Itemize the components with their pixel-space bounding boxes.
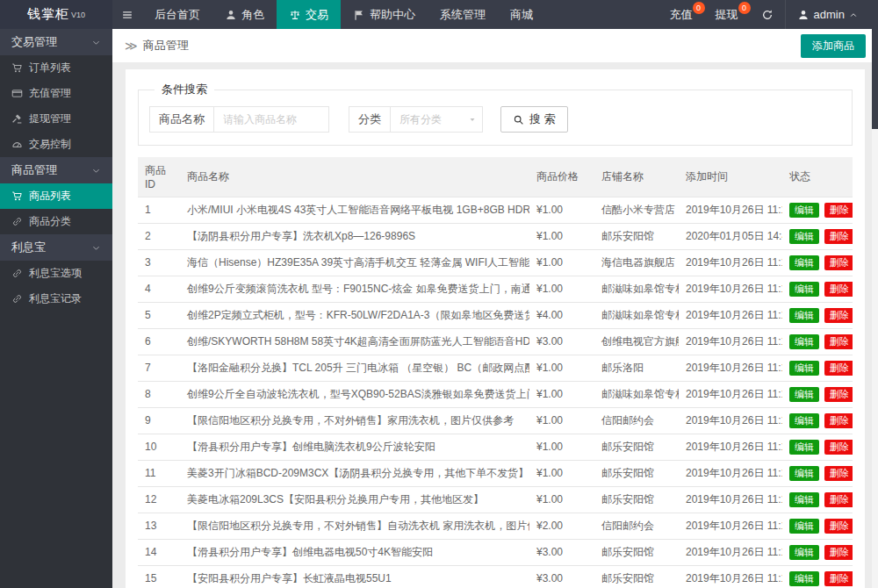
nav-item-trade[interactable]: 交易	[277, 0, 341, 29]
nav-item-system[interactable]: 系统管理	[428, 0, 498, 29]
sidebar-item-goods-category[interactable]: 商品分类	[0, 209, 112, 234]
cell-name: 美菱电冰箱209L3CS【安阳县积分兑换用户专用，其他地区发】	[180, 487, 529, 513]
cell-id: 5	[138, 303, 180, 329]
cell-name: 美菱3开门冰箱BCD-209M3CX【汤阴县积分兑换专用，其他下单不发货】	[180, 461, 529, 487]
sidebar-item-order-list[interactable]: 订单列表	[0, 55, 112, 81]
sidebar-item-trade-control[interactable]: 交易控制	[0, 132, 112, 157]
cell-name: 【限信阳地区积分兑换专用，不对外销售】家用洗衣机，图片仅供参考	[180, 408, 529, 434]
nav-item-home[interactable]: 后台首页	[142, 0, 212, 29]
recharge-label: 充值	[670, 7, 693, 23]
withdraw-button[interactable]: 提现0	[704, 0, 750, 29]
edit-button[interactable]: 编辑	[789, 571, 819, 586]
cell-price: ¥2.00	[529, 513, 594, 540]
nav-item-help[interactable]: 帮助中心	[341, 0, 428, 29]
double-angle-icon: ≫	[125, 39, 138, 52]
username: admin	[814, 8, 845, 21]
search-row: 商品名称 分类 所有分类	[149, 106, 841, 133]
vertical-scrollbar[interactable]	[872, 29, 878, 588]
nav-item-label: 帮助中心	[370, 7, 415, 23]
chevron-down-icon	[91, 243, 101, 253]
delete-button[interactable]: 删除	[824, 282, 853, 297]
product-name-input[interactable]	[213, 106, 329, 133]
search-button-label: 搜 索	[529, 111, 556, 127]
sidebar-item-label: 商品分类	[29, 214, 71, 229]
edit-button[interactable]: 编辑	[789, 492, 819, 507]
column-header: 商品名称	[180, 157, 529, 197]
delete-button[interactable]: 删除	[824, 255, 853, 270]
edit-button[interactable]: 编辑	[789, 282, 819, 297]
cell-time: 2019年10月26日 11:11:50	[679, 408, 782, 434]
sidebar-group-interest[interactable]: 利息宝	[0, 234, 112, 261]
edit-button[interactable]: 编辑	[789, 466, 819, 481]
cell-status: 编辑删除	[782, 355, 853, 382]
cell-id: 1	[138, 197, 180, 224]
cell-shop: 邮乐安阳馆	[594, 540, 679, 566]
edit-button[interactable]: 编辑	[789, 387, 819, 402]
link-icon	[11, 293, 23, 305]
header-actions: 充值0提现0admin	[658, 0, 878, 29]
delete-button[interactable]: 删除	[824, 440, 853, 455]
cell-name: 小米/MIUI 小米电视4S 43英寸人工智能语音网络平板电视 1GB+8GB …	[180, 197, 529, 224]
edit-button[interactable]: 编辑	[789, 440, 819, 455]
edit-button[interactable]: 编辑	[789, 203, 819, 218]
app-version: V10	[71, 11, 85, 19]
nav-item-roles[interactable]: 角色	[212, 0, 277, 29]
cell-time: 2020年01月05日 14:46:02	[679, 224, 782, 250]
edit-button[interactable]: 编辑	[789, 413, 819, 428]
sidebar-item-withdraw-manage[interactable]: 提现管理	[0, 106, 112, 132]
cell-price: ¥1.00	[529, 355, 594, 382]
cell-price: ¥1.00	[529, 197, 594, 224]
cell-time: 2019年10月26日 11:11:50	[679, 250, 782, 276]
delete-button[interactable]: 删除	[824, 413, 853, 428]
cell-id: 7	[138, 355, 180, 382]
add-product-button[interactable]: 添加商品	[801, 34, 866, 58]
delete-button[interactable]: 删除	[824, 334, 853, 349]
refresh-button[interactable]	[750, 0, 785, 29]
cell-time: 2019年10月26日 11:11:50	[679, 461, 782, 487]
delete-button[interactable]: 删除	[824, 571, 853, 586]
delete-button[interactable]: 删除	[824, 387, 853, 402]
category-select[interactable]: 所有分类	[390, 106, 483, 133]
nav-item-mall[interactable]: 商城	[498, 0, 545, 29]
delete-button[interactable]: 删除	[824, 492, 853, 507]
edit-button[interactable]: 编辑	[789, 334, 819, 349]
delete-button[interactable]: 删除	[824, 229, 853, 244]
sidebar-item-interest-records[interactable]: 利息宝记录	[0, 286, 112, 312]
cell-price: ¥3.00	[529, 566, 594, 588]
chevron-down-icon	[91, 166, 101, 176]
delete-button[interactable]: 删除	[824, 519, 853, 534]
sidebar-group-goods-manage[interactable]: 商品管理	[0, 157, 112, 183]
edit-button[interactable]: 编辑	[789, 545, 819, 560]
cell-status: 编辑删除	[782, 250, 853, 276]
edit-button[interactable]: 编辑	[789, 519, 819, 534]
edit-button[interactable]: 编辑	[789, 229, 819, 244]
delete-button[interactable]: 删除	[824, 466, 853, 481]
sidebar-item-goods-list[interactable]: 商品列表	[0, 183, 112, 209]
gavel-icon	[11, 113, 23, 125]
sidebar-item-recharge-manage[interactable]: 充值管理	[0, 81, 112, 106]
cell-name: 创维9公斤全自动波轮洗衣机，型号XQB90-52BAS淡雅银如皋免费送货上门，南…	[180, 382, 529, 408]
gauge-icon	[11, 139, 23, 150]
recharge-button[interactable]: 充值0	[658, 0, 704, 29]
column-header: 状态	[782, 157, 853, 197]
sidebar-item-interest-options[interactable]: 利息宝选项	[0, 261, 112, 286]
sidebar-item-label: 利息宝选项	[29, 266, 82, 281]
nav-item-label: 交易	[306, 7, 328, 23]
delete-button[interactable]: 删除	[824, 308, 853, 323]
link-icon	[11, 268, 23, 279]
edit-button[interactable]: 编辑	[789, 308, 819, 323]
sidebar-group-trade-manage[interactable]: 交易管理	[0, 29, 112, 55]
search-button[interactable]: 搜 索	[500, 106, 568, 133]
delete-button[interactable]: 删除	[824, 545, 853, 560]
category-select-value: 所有分类	[399, 113, 442, 125]
delete-button[interactable]: 删除	[824, 203, 853, 218]
cell-status: 编辑删除	[782, 276, 853, 303]
app-logo: 钱掌柜 V10	[0, 0, 112, 29]
menu-toggle-button[interactable]	[112, 0, 142, 29]
scrollbar-thumb[interactable]	[872, 29, 878, 129]
user-menu[interactable]: admin	[785, 0, 869, 29]
edit-button[interactable]: 编辑	[789, 361, 819, 376]
table-row: 7【洛阳金融积分兑换】TCL 205升 三门电冰箱 （星空银） BC（邮政网点配…	[138, 355, 853, 382]
delete-button[interactable]: 删除	[824, 361, 853, 376]
edit-button[interactable]: 编辑	[789, 255, 819, 270]
